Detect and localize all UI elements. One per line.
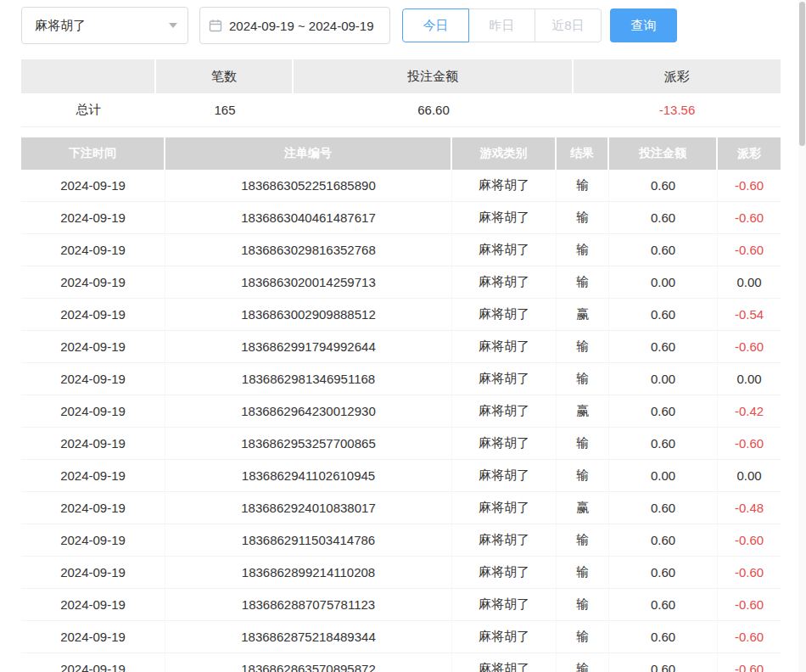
cell-payout: -0.60 — [718, 524, 781, 556]
game-select[interactable]: 麻将胡了 — [21, 7, 188, 44]
filter-toolbar: 麻将胡了 2024-09-19 ~ 2024-09-19 今日 昨日 近8日 查… — [21, 7, 781, 44]
cell-result: 赢 — [557, 492, 609, 524]
table-row: 2024-09-19 1836863002909888512 麻将胡了 赢 0.… — [21, 299, 781, 331]
cell-time: 2024-09-19 — [21, 202, 165, 233]
header-result: 结果 — [557, 137, 609, 170]
scrollbar-thumb[interactable] — [799, 2, 805, 146]
game-select-value: 麻将胡了 — [35, 18, 86, 34]
table-row: 2024-09-19 1836863052251685890 麻将胡了 输 0.… — [21, 170, 781, 202]
cell-payout: -0.60 — [718, 621, 781, 652]
quick-btn-yesterday[interactable]: 昨日 — [468, 8, 535, 42]
cell-bet: 0.60 — [609, 202, 718, 233]
summary-header-payout: 派彩 — [574, 59, 781, 93]
table-row: 2024-09-19 1836862863570895872 麻将胡了 输 0.… — [21, 653, 781, 672]
summary-header-bet-amount: 投注金额 — [294, 59, 574, 93]
cell-order-id: 1836862981346951168 — [165, 363, 452, 395]
cell-time: 2024-09-19 — [21, 331, 165, 362]
cell-payout: 0.00 — [718, 266, 781, 298]
cell-bet: 0.60 — [609, 170, 718, 201]
summary-total-bet-amount: 66.60 — [294, 93, 574, 126]
cell-result: 输 — [557, 524, 609, 556]
quick-btn-today[interactable]: 今日 — [402, 8, 469, 42]
cell-payout: -0.54 — [718, 299, 781, 330]
cell-payout: 0.00 — [718, 460, 781, 491]
date-range-input[interactable]: 2024-09-19 ~ 2024-09-19 — [199, 7, 390, 44]
cell-order-id: 1836863002909888512 — [165, 299, 452, 330]
cell-game: 麻将胡了 — [452, 653, 557, 672]
cell-game: 麻将胡了 — [452, 363, 557, 395]
cell-payout: -0.60 — [718, 589, 781, 620]
cell-time: 2024-09-19 — [21, 653, 165, 672]
bet-records-table: 下注时间 注单编号 游戏类别 结果 投注金额 派彩 2024-09-19 183… — [21, 137, 781, 672]
cell-payout: -0.48 — [718, 492, 781, 524]
quick-btn-last8days[interactable]: 近8日 — [535, 8, 602, 42]
table-row: 2024-09-19 1836862941102610945 麻将胡了 输 0.… — [21, 460, 781, 492]
table-row: 2024-09-19 1836863020014259713 麻将胡了 输 0.… — [21, 266, 781, 299]
table-row: 2024-09-19 1836862899214110208 麻将胡了 输 0.… — [21, 557, 781, 589]
summary-total-count: 165 — [156, 93, 294, 126]
summary-header-count: 笔数 — [156, 59, 294, 93]
cell-bet: 0.60 — [609, 653, 718, 672]
cell-result: 输 — [557, 234, 609, 266]
chevron-down-icon — [169, 23, 177, 28]
date-range-value: 2024-09-19 ~ 2024-09-19 — [229, 19, 374, 33]
cell-order-id: 1836862991794992644 — [165, 331, 452, 362]
header-payout: 派彩 — [718, 137, 781, 170]
cell-payout: -0.60 — [718, 428, 781, 459]
cell-bet: 0.60 — [609, 331, 718, 362]
header-bet-amount: 投注金额 — [609, 137, 718, 170]
cell-payout: -0.60 — [718, 234, 781, 266]
summary-total-row: 总计 165 66.60 -13.56 — [21, 93, 781, 127]
cell-payout: -0.60 — [718, 557, 781, 588]
cell-order-id: 1836862941102610945 — [165, 460, 452, 491]
cell-bet: 0.60 — [609, 299, 718, 330]
cell-time: 2024-09-19 — [21, 266, 165, 298]
bet-table-header-row: 下注时间 注单编号 游戏类别 结果 投注金额 派彩 — [21, 137, 781, 170]
cell-payout: -0.42 — [718, 395, 781, 427]
cell-payout: -0.60 — [718, 331, 781, 362]
cell-time: 2024-09-19 — [21, 621, 165, 652]
cell-result: 输 — [557, 589, 609, 620]
cell-bet: 0.60 — [609, 557, 718, 588]
cell-time: 2024-09-19 — [21, 363, 165, 395]
cell-time: 2024-09-19 — [21, 299, 165, 330]
table-row: 2024-09-19 1836862924010838017 麻将胡了 赢 0.… — [21, 492, 781, 524]
cell-result: 输 — [557, 363, 609, 395]
cell-bet: 0.60 — [609, 621, 718, 652]
cell-result: 赢 — [557, 299, 609, 330]
search-button[interactable]: 查询 — [610, 8, 677, 42]
table-row: 2024-09-19 1836863040461487617 麻将胡了 输 0.… — [21, 202, 781, 234]
cell-game: 麻将胡了 — [452, 395, 557, 427]
cell-payout: -0.60 — [718, 170, 781, 201]
cell-order-id: 1836862924010838017 — [165, 492, 452, 524]
summary-table: 笔数 投注金额 派彩 总计 165 66.60 -13.56 — [21, 59, 781, 127]
table-row: 2024-09-19 1836862964230012930 麻将胡了 赢 0.… — [21, 395, 781, 428]
cell-result: 输 — [557, 266, 609, 298]
cell-result: 输 — [557, 170, 609, 201]
cell-game: 麻将胡了 — [452, 299, 557, 330]
cell-result: 输 — [557, 331, 609, 362]
cell-result: 输 — [557, 653, 609, 672]
cell-time: 2024-09-19 — [21, 557, 165, 588]
cell-payout: -0.60 — [718, 653, 781, 672]
cell-result: 输 — [557, 428, 609, 459]
cell-game: 麻将胡了 — [452, 202, 557, 233]
summary-header-row: 笔数 投注金额 派彩 — [21, 59, 781, 93]
cell-game: 麻将胡了 — [452, 524, 557, 556]
vertical-scrollbar[interactable] — [798, 0, 806, 672]
cell-time: 2024-09-19 — [21, 589, 165, 620]
cell-order-id: 1836862899214110208 — [165, 557, 452, 588]
quick-date-button-group: 今日 昨日 近8日 — [402, 8, 602, 42]
cell-time: 2024-09-19 — [21, 492, 165, 524]
cell-order-id: 1836863020014259713 — [165, 266, 452, 298]
table-row: 2024-09-19 1836862875218489344 麻将胡了 输 0.… — [21, 621, 781, 653]
cell-order-id: 1836862953257700865 — [165, 428, 452, 459]
cell-result: 输 — [557, 460, 609, 491]
cell-time: 2024-09-19 — [21, 428, 165, 459]
table-row: 2024-09-19 1836862887075781123 麻将胡了 输 0.… — [21, 589, 781, 621]
cell-time: 2024-09-19 — [21, 170, 165, 201]
cell-payout: 0.00 — [718, 363, 781, 395]
cell-order-id: 1836862863570895872 — [165, 653, 452, 672]
cell-game: 麻将胡了 — [452, 266, 557, 298]
cell-bet: 0.60 — [609, 428, 718, 459]
